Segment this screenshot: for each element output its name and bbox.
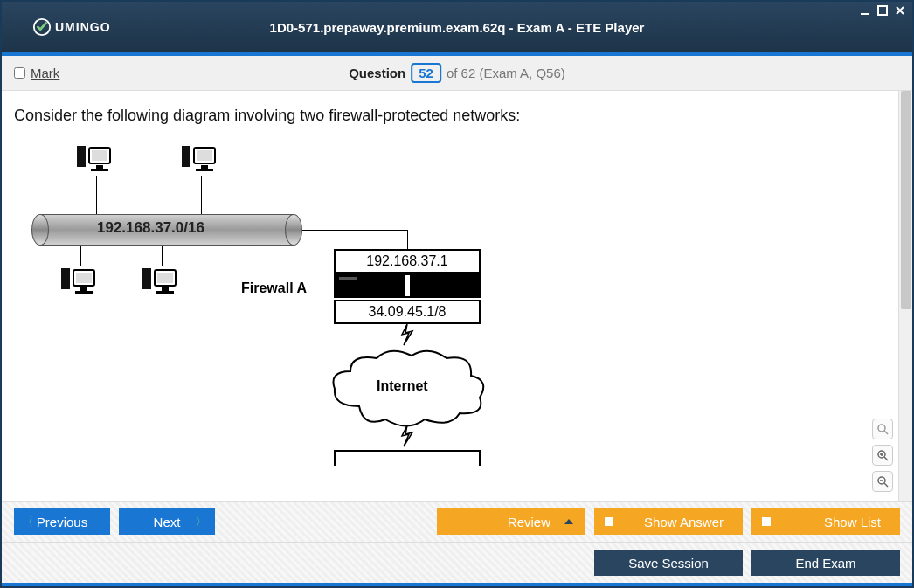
brand-logo: UMINGO <box>32 17 111 37</box>
subnet-label: 192.168.37.0/16 <box>97 219 204 237</box>
svg-line-26 <box>884 457 888 460</box>
window-controls <box>858 3 907 17</box>
mark-checkbox-wrap[interactable]: Mark <box>14 66 59 80</box>
vertical-scrollbar[interactable] <box>898 91 912 501</box>
show-answer-button[interactable]: Show Answer <box>594 508 743 535</box>
triangle-up-icon <box>564 519 573 524</box>
review-button[interactable]: Review <box>437 508 585 535</box>
svg-rect-16 <box>80 287 87 291</box>
maximize-button[interactable] <box>876 3 890 17</box>
question-of-text: of 62 (Exam A, Q56) <box>447 66 565 80</box>
svg-rect-13 <box>61 268 70 289</box>
computer-icon <box>180 142 222 179</box>
svg-line-30 <box>884 483 888 487</box>
save-session-button[interactable]: Save Session <box>594 550 743 576</box>
connector-line <box>162 246 163 266</box>
previous-button[interactable]: 〈Previous <box>14 508 110 535</box>
next-label: Next <box>154 515 181 529</box>
square-icon <box>762 517 771 526</box>
connector-line <box>407 230 408 249</box>
zoom-in-button[interactable] <box>872 445 893 466</box>
nav-toolbar: 〈Previous Next〉 Review Show Answer Show … <box>2 501 912 542</box>
computer-icon <box>59 265 101 301</box>
svg-rect-22 <box>156 291 174 294</box>
firewall-inside-ip: 192.168.37.1 <box>334 249 481 273</box>
question-counter: Question 52 of 62 (Exam A, Q56) <box>349 63 565 83</box>
connector-line <box>96 176 97 216</box>
svg-rect-2 <box>878 6 887 15</box>
svg-rect-5 <box>92 150 107 161</box>
question-header: Mark Question 52 of 62 (Exam A, Q56) <box>2 56 912 91</box>
firewall-outside-ip: 34.09.45.1/8 <box>334 300 481 324</box>
show-list-button[interactable]: Show List <box>751 508 900 535</box>
brand-text: UMINGO <box>55 20 111 34</box>
svg-rect-3 <box>77 146 86 167</box>
show-answer-label: Show Answer <box>644 515 724 529</box>
logo-check-icon <box>32 17 52 37</box>
next-button[interactable]: Next〉 <box>119 508 215 535</box>
truncated-ip-box <box>334 450 481 466</box>
svg-rect-15 <box>76 273 92 283</box>
svg-rect-6 <box>96 165 103 169</box>
minimize-button[interactable] <box>858 3 872 17</box>
svg-rect-11 <box>201 165 208 169</box>
close-button[interactable] <box>893 3 907 17</box>
bottom-separator <box>2 583 912 586</box>
svg-rect-10 <box>197 150 212 161</box>
svg-rect-1 <box>861 13 869 15</box>
computer-icon <box>75 142 117 179</box>
review-label: Review <box>508 515 550 529</box>
question-text: Consider the following diagram involving… <box>14 107 886 125</box>
scrollbar-thumb[interactable] <box>901 91 911 309</box>
firewall-icon <box>334 273 481 298</box>
connector-line <box>80 246 81 266</box>
connector-line <box>201 176 202 216</box>
zoom-out-button[interactable] <box>872 471 893 492</box>
mark-label: Mark <box>31 66 59 80</box>
show-list-label: Show List <box>824 515 881 529</box>
chevron-left-icon: 〈 <box>23 515 33 529</box>
question-word: Question <box>349 66 405 80</box>
session-toolbar: Save Session End Exam <box>2 542 912 583</box>
connector-line <box>302 230 407 231</box>
end-exam-label: End Exam <box>795 556 855 571</box>
computer-icon <box>141 265 183 301</box>
svg-line-24 <box>884 431 888 434</box>
titlebar: UMINGO 1D0-571.prepaway.premium.exam.62q… <box>2 2 912 52</box>
save-session-label: Save Session <box>628 556 709 571</box>
svg-rect-17 <box>75 291 93 294</box>
svg-rect-18 <box>142 268 151 289</box>
mark-checkbox[interactable] <box>14 67 25 79</box>
internet-label: Internet <box>377 378 428 394</box>
svg-rect-12 <box>196 169 213 171</box>
previous-label: Previous <box>37 515 87 529</box>
network-diagram: 192.168.37.0/16 Firewall A 192.168.37.1 … <box>23 142 512 501</box>
zoom-reset-button[interactable] <box>872 419 893 439</box>
end-exam-button[interactable]: End Exam <box>751 550 900 576</box>
chevron-right-icon: 〉 <box>196 515 206 529</box>
square-icon <box>605 517 613 526</box>
svg-rect-8 <box>182 146 190 167</box>
svg-rect-21 <box>162 287 169 291</box>
app-window: UMINGO 1D0-571.prepaway.premium.exam.62q… <box>0 0 914 588</box>
svg-rect-7 <box>91 169 108 171</box>
window-title: 1D0-571.prepaway.premium.exam.62q - Exam… <box>270 20 645 35</box>
svg-rect-20 <box>157 273 173 283</box>
content-area: Consider the following diagram involving… <box>2 91 912 501</box>
firewall-a-label: Firewall A <box>241 280 307 296</box>
svg-point-23 <box>878 425 885 432</box>
question-number[interactable]: 52 <box>411 63 441 83</box>
zoom-controls <box>872 419 893 492</box>
